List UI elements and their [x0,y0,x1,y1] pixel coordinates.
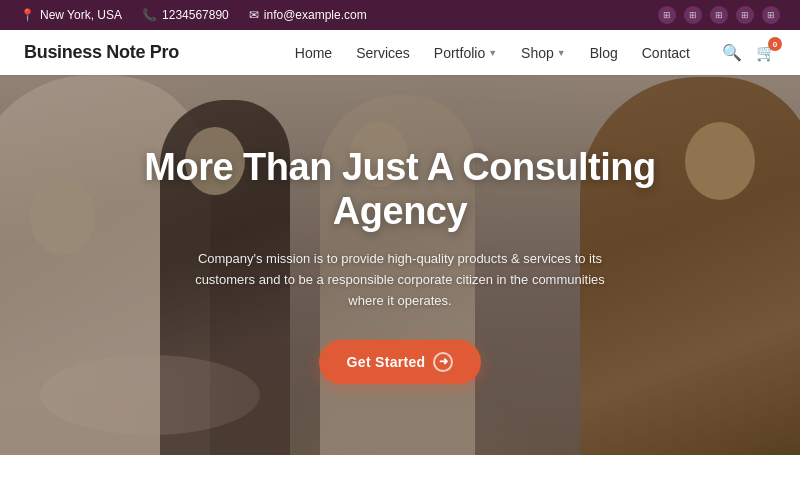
location-text: New York, USA [40,8,122,22]
cta-label: Get Started [347,354,426,370]
wp-icon-2[interactable]: ⊞ [684,6,702,24]
hero-title: More Than Just A Consulting Agency [140,146,660,233]
hero-section: More Than Just A Consulting Agency Compa… [0,75,800,455]
phone-text: 1234567890 [162,8,229,22]
cta-arrow-icon: ➜ [433,352,453,372]
shop-chevron: ▼ [557,48,566,58]
get-started-button[interactable]: Get Started ➜ [319,340,482,384]
nav-home[interactable]: Home [295,45,332,61]
nav-blog[interactable]: Blog [590,45,618,61]
nav-shop[interactable]: Shop ▼ [521,45,566,61]
wp-icon-1[interactable]: ⊞ [658,6,676,24]
top-bar-social: ⊞ ⊞ ⊞ ⊞ ⊞ [658,6,780,24]
email-text: info@example.com [264,8,367,22]
wp-icon-5[interactable]: ⊞ [762,6,780,24]
location-item: 📍 New York, USA [20,8,122,22]
site-logo[interactable]: Business Note Pro [24,42,179,63]
wp-icon-4[interactable]: ⊞ [736,6,754,24]
location-icon: 📍 [20,8,35,22]
top-bar-contact: 📍 New York, USA 📞 1234567890 ✉ info@exam… [20,8,367,22]
hero-subtitle: Company's mission is to provide high-qua… [190,249,610,311]
search-button[interactable]: 🔍 [722,43,742,62]
email-icon: ✉ [249,8,259,22]
nav-contact[interactable]: Contact [642,45,690,61]
cart-button[interactable]: 🛒 0 [756,43,776,62]
nav-utility-icons: 🔍 🛒 0 [722,43,776,62]
nav-services[interactable]: Services [356,45,410,61]
hero-content: More Than Just A Consulting Agency Compa… [140,146,660,384]
top-bar: 📍 New York, USA 📞 1234567890 ✉ info@exam… [0,0,800,30]
phone-icon: 📞 [142,8,157,22]
phone-item: 📞 1234567890 [142,8,229,22]
wp-icon-3[interactable]: ⊞ [710,6,728,24]
portfolio-chevron: ▼ [488,48,497,58]
main-nav: Home Services Portfolio ▼ Shop ▼ Blog Co… [295,43,776,62]
email-item: ✉ info@example.com [249,8,367,22]
cart-badge: 0 [768,37,782,51]
nav-portfolio[interactable]: Portfolio ▼ [434,45,497,61]
header: Business Note Pro Home Services Portfoli… [0,30,800,75]
